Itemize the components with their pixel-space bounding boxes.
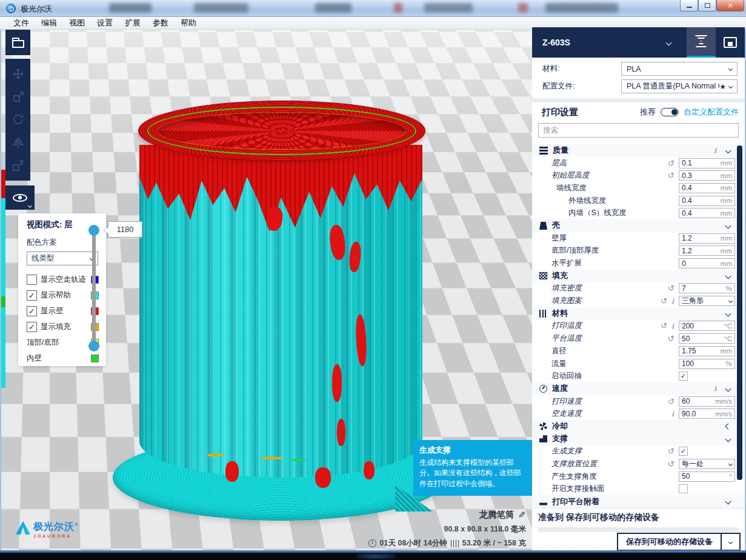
setting-input[interactable]: 100 % (679, 359, 735, 369)
settings-section-header[interactable]: 打印平台附着 i (532, 495, 745, 508)
setting-input[interactable]: 0.4 mm (679, 208, 735, 218)
tab-print-settings[interactable] (687, 27, 716, 58)
profile-select[interactable]: PLA 普通质量(PLA Normal Qua ★ (621, 79, 738, 93)
setting-input[interactable]: 0.3 mm (679, 170, 735, 181)
setting-input[interactable]: 50 ° (679, 472, 735, 482)
machine-name[interactable]: Z-603S (542, 38, 570, 47)
menu-item[interactable]: 参数 (147, 16, 175, 30)
save-button-label: 保存到可移动的存储设备 (626, 536, 713, 547)
move-tool-icon[interactable] (11, 67, 25, 81)
custom-profile-link[interactable]: 自定义配置文件 (684, 107, 739, 118)
chevron-down-icon[interactable] (666, 39, 672, 45)
legend-checkbox[interactable]: ✓ (27, 290, 37, 301)
recommended-custom-toggle[interactable] (661, 108, 679, 116)
per-model-settings-icon[interactable] (11, 158, 25, 173)
setting-value: 1.2 (682, 247, 692, 255)
menu-item[interactable]: 编辑 (35, 16, 63, 30)
color-scheme-select[interactable]: 线类型 (27, 252, 98, 265)
undo-icon[interactable]: ↺ (661, 322, 667, 330)
setting-input[interactable]: 200 °C (679, 321, 735, 331)
menu-item[interactable]: 视图 (63, 16, 91, 30)
menu-item[interactable]: 帮助 (175, 16, 202, 30)
setting-input[interactable]: 7 % (679, 283, 735, 293)
rename-pencil-icon[interactable]: ✎ (518, 510, 526, 521)
settings-section-header[interactable]: 填充 i (532, 270, 745, 282)
settings-section-header[interactable]: 支撑 i (532, 433, 745, 445)
material-select[interactable]: PLA (621, 62, 738, 76)
undo-icon[interactable]: ↺ (668, 159, 674, 167)
setting-checkbox[interactable]: ✓ (679, 484, 688, 493)
setting-label: 打印温度 (551, 321, 582, 331)
undo-icon[interactable]: ↺ (668, 447, 674, 455)
settings-search-input[interactable]: 搜索 (538, 123, 739, 138)
setting-label: 启动回抽 (551, 371, 582, 381)
maximize-button[interactable] (698, 0, 716, 12)
setting-select[interactable]: 三角形 (679, 296, 735, 306)
layer-number-value: 1180 (117, 225, 134, 234)
settings-section-header[interactable]: 冷却 i (532, 420, 745, 433)
info-icon[interactable]: i (671, 322, 674, 330)
open-file-button[interactable] (5, 30, 30, 55)
info-icon[interactable]: i (714, 385, 716, 392)
setting-input[interactable]: 0.4 mm (679, 183, 735, 193)
undo-icon[interactable]: ↺ (668, 172, 674, 179)
settings-scrollbar[interactable] (737, 145, 742, 480)
layer-slider-track[interactable] (92, 225, 96, 347)
setting-input[interactable]: 1.2 mm (679, 233, 735, 244)
setting-input[interactable]: 90.0 mm/s (679, 408, 735, 419)
setting-input[interactable]: 0 mm (679, 258, 735, 268)
settings-section-header[interactable]: 材料 i (532, 307, 745, 320)
close-button[interactable]: ✕ (716, 0, 744, 12)
legend-checkbox[interactable]: ✓ (27, 306, 37, 316)
undo-icon[interactable]: ↺ (668, 398, 674, 405)
background-window-blur (194, 3, 248, 13)
setting-row: 平台温度 ↺ i 50 °C 50 ✓ (532, 332, 745, 345)
legend-label: 显示空走轨迹 (41, 275, 91, 285)
rotate-tool-icon[interactable] (11, 112, 25, 127)
setting-input[interactable]: 1.75 mm (679, 346, 735, 356)
setting-input[interactable]: 60 mm/s (679, 396, 735, 407)
undo-icon[interactable]: ↺ (668, 460, 674, 468)
tab-printer-monitor[interactable] (716, 27, 745, 58)
background-window-blur (424, 3, 473, 13)
brand-name-en: JGAURORA (33, 533, 79, 539)
legend-checkbox[interactable]: ✓ (27, 322, 37, 332)
settings-section-header[interactable]: 质量 i (532, 144, 745, 157)
setting-input[interactable]: 50 °C (679, 333, 735, 344)
settings-section-header[interactable]: 壳 i (532, 219, 745, 232)
settings-row: 底部/顶部厚度 i 底部/顶部厚度 ↺ i 1.2 mm (532, 245, 745, 258)
setting-input[interactable]: 1.2 mm (679, 245, 735, 256)
legend-row: ✓ 显示壁 (27, 303, 99, 319)
info-icon[interactable]: i (671, 410, 674, 418)
undo-icon[interactable]: ↺ (668, 335, 674, 342)
view-mode-button[interactable] (5, 185, 35, 210)
setting-checkbox[interactable]: ✓ (679, 372, 688, 381)
title-bar[interactable]: 极光尔沃 ✕ (0, 0, 746, 17)
chevron-down-icon (728, 84, 733, 88)
menu-item[interactable]: 设置 (91, 16, 119, 30)
setting-input[interactable]: 0.4 mm (679, 196, 735, 206)
undo-icon[interactable]: ↺ (661, 297, 667, 305)
menu-item[interactable]: 扩展 (119, 16, 147, 30)
minimize-button[interactable] (680, 0, 698, 12)
settings-section-header[interactable]: 速度 i (532, 382, 745, 395)
layer-slider-bottom-handle[interactable] (88, 341, 99, 352)
layer-slider-top-handle[interactable] (88, 225, 99, 236)
mirror-tool-icon[interactable] (11, 135, 25, 150)
setting-unit: mm (721, 172, 732, 179)
info-icon[interactable]: i (714, 147, 716, 154)
model-tools-strip (5, 59, 30, 181)
save-options-dropdown-button[interactable] (721, 533, 741, 551)
settings-row: 打印速度 i 打印速度 ↺ i 60 mm/s (532, 395, 745, 408)
setting-select[interactable]: 每一处 (679, 459, 735, 469)
undo-icon[interactable]: ↺ (668, 284, 674, 292)
save-to-removable-button[interactable]: 保存到可移动的存储设备 (617, 533, 721, 551)
setting-row: 支撑放置位置 ↺ i 每一处 每一处 ✓ (532, 458, 745, 470)
setting-checkbox[interactable]: ✓ (679, 447, 688, 456)
legend-checkbox[interactable]: ✓ (27, 275, 37, 285)
menu-item[interactable]: 文件 (7, 16, 35, 30)
scale-tool-icon[interactable] (11, 90, 25, 104)
printer-tab-icon (724, 37, 737, 48)
info-icon[interactable]: i (671, 298, 674, 305)
setting-input[interactable]: 0.1 mm (679, 158, 735, 168)
